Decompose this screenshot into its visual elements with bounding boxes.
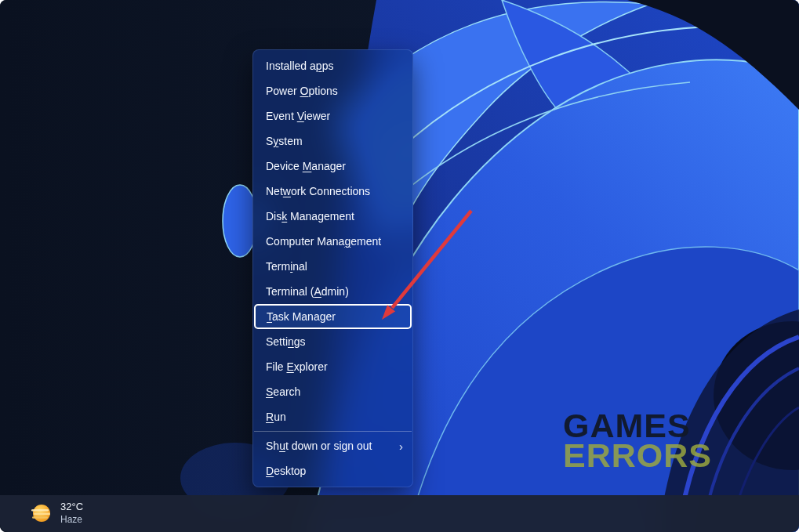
winx-context-menu: Installed appsPower OptionsEvent ViewerS… [252,49,413,487]
weather-widget[interactable]: 32°C Haze [28,501,83,526]
menu-item-file-explorer[interactable]: File Explorer [253,354,412,379]
weather-texts: 32°C Haze [60,501,83,526]
menu-item-computer-management[interactable]: Computer Management [253,229,412,254]
menu-item-terminal-admin-[interactable]: Terminal (Admin) [253,279,412,304]
weather-condition: Haze [60,513,83,526]
menu-item-desktop[interactable]: Desktop [253,458,412,483]
watermark-line2: ERRORS [563,440,712,470]
menu-item-power-options[interactable]: Power Options [253,78,412,103]
menu-item-installed-apps[interactable]: Installed apps [253,53,412,78]
menu-item-shut-down-or-sign-out[interactable]: Shut down or sign out› [253,433,412,458]
weather-temperature: 32°C [60,501,83,513]
menu-item-device-manager[interactable]: Device Manager [253,154,412,179]
menu-separator [254,431,412,432]
taskbar: 32°C Haze Search [0,495,799,532]
menu-item-disk-management[interactable]: Disk Management [253,204,412,229]
menu-item-search[interactable]: Search [253,379,412,404]
menu-item-run[interactable]: Run [253,404,412,429]
watermark: GAMES ERRORS [563,411,712,470]
menu-item-event-viewer[interactable]: Event Viewer [253,103,412,128]
menu-item-task-manager[interactable]: Task Manager [254,304,412,329]
menu-item-system[interactable]: System [253,128,412,154]
desktop-screen: GAMES ERRORS Installed appsPower Options… [0,0,799,532]
menu-item-terminal[interactable]: Terminal [253,254,412,279]
menu-item-settings[interactable]: Settings [253,329,412,354]
haze-sun-icon [28,502,53,524]
submenu-chevron-icon: › [399,440,403,452]
menu-item-network-connections[interactable]: Network Connections [253,179,412,204]
